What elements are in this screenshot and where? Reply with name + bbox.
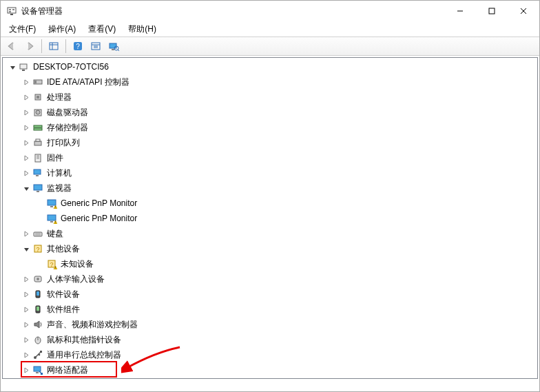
expander-collapsed-icon[interactable] [21, 289, 32, 300]
tree-node-monitor[interactable]: 监视器 [4, 180, 537, 196]
tree-node-label: 其他设备 [47, 243, 80, 255]
svg-rect-32 [34, 141, 41, 145]
expander-none [34, 213, 45, 224]
tree-node-swdev[interactable]: 软件设备 [4, 287, 537, 302]
expander-expanded-icon[interactable] [21, 243, 32, 254]
expander-none [34, 258, 45, 269]
tree-node-other[interactable]: ?其他设备 [4, 241, 537, 256]
expander-collapsed-icon[interactable] [21, 319, 32, 330]
printq-icon [32, 137, 44, 148]
svg-rect-47 [50, 221, 53, 223]
menu-view[interactable]: 查看(V) [83, 22, 121, 37]
tree-node-sysdev[interactable]: 系统设备 [4, 378, 537, 379]
expander-collapsed-icon[interactable] [21, 334, 32, 345]
svg-rect-70 [40, 351, 42, 353]
keyboard-icon [32, 228, 44, 239]
svg-rect-19 [112, 49, 114, 50]
disk-icon [32, 107, 44, 118]
expander-collapsed-icon[interactable] [21, 107, 32, 118]
svg-rect-25 [34, 81, 37, 83]
tree-node-label: 软件组件 [47, 304, 80, 316]
tree-node-mon1[interactable]: !Generic PnP Monitor [4, 196, 537, 211]
svg-rect-31 [34, 128, 42, 130]
tree-node-usb[interactable]: 通用串行总线控制器 [4, 347, 537, 362]
device-tree-area[interactable]: DESKTOP-7OTCI56IDE ATA/ATAPI 控制器处理器磁盘驱动器… [2, 57, 538, 379]
monitor-warn-icon: ! [45, 213, 58, 224]
tree-node-label: Generic PnP Monitor [61, 198, 137, 208]
svg-rect-72 [36, 372, 39, 373]
svg-text:?: ? [50, 261, 53, 268]
statusbar [1, 380, 539, 391]
svg-text:!: ! [55, 205, 56, 209]
svg-rect-41 [37, 191, 39, 192]
tree-node-unknown[interactable]: ?!未知设备 [4, 256, 537, 271]
maximize-button[interactable] [476, 1, 508, 21]
tree-node-label: 处理器 [47, 92, 72, 103]
menu-help[interactable]: 帮助(H) [123, 22, 162, 37]
tree-node-label: 鼠标和其他指针设备 [47, 334, 121, 346]
app-icon [6, 6, 17, 17]
tree-node-firmware[interactable]: 固件 [4, 150, 537, 165]
expander-none [34, 198, 45, 209]
tree-node-label: 键盘 [47, 228, 63, 240]
svg-rect-64 [37, 307, 39, 311]
tree-root-label: DESKTOP-7OTCI56 [33, 62, 109, 72]
menu-action[interactable]: 操作(A) [43, 22, 81, 37]
expander-expanded-icon[interactable] [21, 183, 32, 194]
tree-node-ide[interactable]: IDE ATA/ATAPI 控制器 [4, 74, 537, 90]
expander-collapsed-icon[interactable] [21, 167, 32, 178]
svg-rect-30 [34, 125, 42, 127]
tree-node-disk[interactable]: 磁盘驱动器 [4, 105, 537, 120]
tree-node-swcomp[interactable]: 软件组件 [4, 302, 537, 317]
tree-node-network[interactable]: 网络适配器 [4, 362, 537, 378]
back-button[interactable] [3, 39, 20, 54]
expander-collapsed-icon[interactable] [21, 122, 32, 133]
tree-root[interactable]: DESKTOP-7OTCI56 [4, 59, 537, 74]
expander-expanded-icon[interactable] [7, 61, 18, 72]
scan-hardware-button[interactable] [105, 39, 122, 54]
device-tree: DESKTOP-7OTCI56IDE ATA/ATAPI 控制器处理器磁盘驱动器… [3, 58, 537, 379]
firmware-icon [32, 152, 44, 163]
expander-collapsed-icon[interactable] [21, 228, 32, 239]
usb-icon [32, 349, 44, 360]
expander-collapsed-icon[interactable] [21, 349, 32, 360]
tree-node-keyboard[interactable]: 键盘 [4, 226, 537, 241]
svg-rect-73 [41, 373, 43, 375]
audio-icon [32, 319, 44, 330]
expander-collapsed-icon[interactable] [21, 76, 32, 87]
expander-collapsed-icon[interactable] [21, 364, 32, 375]
expander-collapsed-icon[interactable] [21, 92, 32, 103]
toolbar-separator [65, 39, 66, 53]
menu-file[interactable]: 文件(F) [3, 22, 41, 37]
controller-icon [32, 76, 44, 87]
tree-node-audio[interactable]: 声音、视频和游戏控制器 [4, 317, 537, 332]
svg-rect-43 [50, 206, 53, 207]
tree-node-printq[interactable]: 打印队列 [4, 135, 537, 150]
minimize-button[interactable] [444, 1, 476, 21]
show-hide-tree-button[interactable] [45, 39, 62, 54]
device-manager-window: 设备管理器 文件(F) 操作(A) 查看(V) 帮助(H) [0, 0, 540, 392]
expander-collapsed-icon[interactable] [21, 152, 32, 163]
svg-rect-62 [37, 291, 39, 296]
tree-node-cpu[interactable]: 处理器 [4, 90, 537, 105]
properties-button[interactable] [87, 39, 104, 54]
tree-node-label: 打印队列 [47, 137, 80, 149]
svg-rect-3 [12, 9, 14, 10]
close-button[interactable] [508, 1, 539, 21]
tree-node-storage[interactable]: 存储控制器 [4, 120, 537, 135]
svg-rect-33 [36, 139, 40, 141]
expander-collapsed-icon[interactable] [21, 137, 32, 148]
svg-rect-40 [34, 185, 42, 190]
tree-node-label: 固件 [47, 152, 63, 164]
tree-node-hid[interactable]: 人体学输入设备 [4, 271, 537, 287]
svg-rect-38 [34, 169, 41, 174]
tree-node-mon2[interactable]: !Generic PnP Monitor [4, 211, 537, 226]
svg-rect-1 [9, 9, 11, 10]
forward-button[interactable] [21, 39, 38, 54]
svg-text:!: ! [55, 266, 56, 269]
tree-node-computer[interactable]: 计算机 [4, 165, 537, 180]
expander-collapsed-icon[interactable] [21, 304, 32, 315]
expander-collapsed-icon[interactable] [21, 274, 32, 285]
help-button[interactable]: ? [70, 39, 86, 54]
tree-node-mouse[interactable]: 鼠标和其他指针设备 [4, 332, 537, 347]
